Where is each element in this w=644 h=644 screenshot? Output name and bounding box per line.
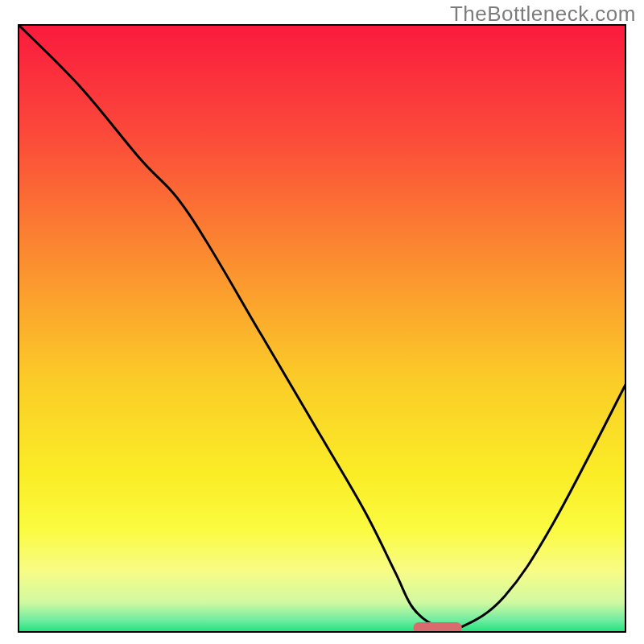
gradient-background — [18, 24, 626, 633]
watermark-text: TheBottleneck.com — [450, 2, 636, 27]
chart-container: TheBottleneck.com — [0, 0, 644, 644]
chart-svg — [18, 24, 626, 633]
plot-area — [18, 24, 626, 633]
